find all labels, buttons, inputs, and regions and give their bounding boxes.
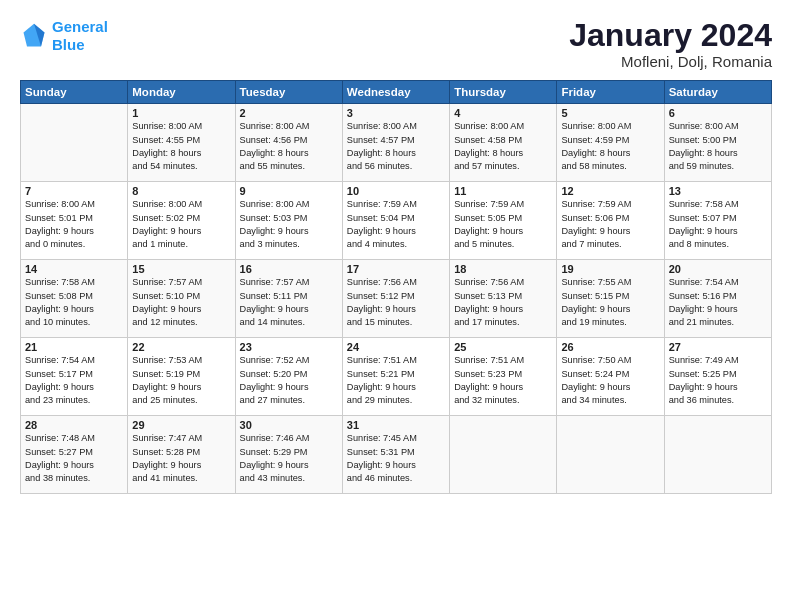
- calendar-cell: 19Sunrise: 7:55 AM Sunset: 5:15 PM Dayli…: [557, 260, 664, 338]
- weekday-header-monday: Monday: [128, 81, 235, 104]
- day-info: Sunrise: 7:53 AM Sunset: 5:19 PM Dayligh…: [132, 354, 230, 407]
- week-row-5: 28Sunrise: 7:48 AM Sunset: 5:27 PM Dayli…: [21, 416, 772, 494]
- day-info: Sunrise: 7:58 AM Sunset: 5:07 PM Dayligh…: [669, 198, 767, 251]
- day-info: Sunrise: 8:00 AM Sunset: 4:55 PM Dayligh…: [132, 120, 230, 173]
- day-info: Sunrise: 8:00 AM Sunset: 5:01 PM Dayligh…: [25, 198, 123, 251]
- calendar-cell: 29Sunrise: 7:47 AM Sunset: 5:28 PM Dayli…: [128, 416, 235, 494]
- weekday-header-row: SundayMondayTuesdayWednesdayThursdayFrid…: [21, 81, 772, 104]
- day-info: Sunrise: 7:52 AM Sunset: 5:20 PM Dayligh…: [240, 354, 338, 407]
- day-info: Sunrise: 7:56 AM Sunset: 5:12 PM Dayligh…: [347, 276, 445, 329]
- calendar-cell: 6Sunrise: 8:00 AM Sunset: 5:00 PM Daylig…: [664, 104, 771, 182]
- header: General Blue January 2024 Mofleni, Dolj,…: [20, 18, 772, 70]
- calendar-cell: 1Sunrise: 8:00 AM Sunset: 4:55 PM Daylig…: [128, 104, 235, 182]
- day-info: Sunrise: 7:54 AM Sunset: 5:16 PM Dayligh…: [669, 276, 767, 329]
- day-info: Sunrise: 7:48 AM Sunset: 5:27 PM Dayligh…: [25, 432, 123, 485]
- day-info: Sunrise: 8:00 AM Sunset: 4:57 PM Dayligh…: [347, 120, 445, 173]
- day-info: Sunrise: 7:46 AM Sunset: 5:29 PM Dayligh…: [240, 432, 338, 485]
- day-info: Sunrise: 7:51 AM Sunset: 5:21 PM Dayligh…: [347, 354, 445, 407]
- day-number: 10: [347, 185, 445, 197]
- calendar-cell: 10Sunrise: 7:59 AM Sunset: 5:04 PM Dayli…: [342, 182, 449, 260]
- calendar-cell: 23Sunrise: 7:52 AM Sunset: 5:20 PM Dayli…: [235, 338, 342, 416]
- calendar-cell: 30Sunrise: 7:46 AM Sunset: 5:29 PM Dayli…: [235, 416, 342, 494]
- day-info: Sunrise: 7:51 AM Sunset: 5:23 PM Dayligh…: [454, 354, 552, 407]
- day-number: 11: [454, 185, 552, 197]
- day-number: 3: [347, 107, 445, 119]
- weekday-header-wednesday: Wednesday: [342, 81, 449, 104]
- day-info: Sunrise: 8:00 AM Sunset: 4:56 PM Dayligh…: [240, 120, 338, 173]
- calendar-cell: [557, 416, 664, 494]
- day-info: Sunrise: 8:00 AM Sunset: 5:03 PM Dayligh…: [240, 198, 338, 251]
- weekday-header-thursday: Thursday: [450, 81, 557, 104]
- calendar-cell: 4Sunrise: 8:00 AM Sunset: 4:58 PM Daylig…: [450, 104, 557, 182]
- calendar-cell: 25Sunrise: 7:51 AM Sunset: 5:23 PM Dayli…: [450, 338, 557, 416]
- day-number: 1: [132, 107, 230, 119]
- calendar-cell: [664, 416, 771, 494]
- day-info: Sunrise: 7:59 AM Sunset: 5:04 PM Dayligh…: [347, 198, 445, 251]
- month-title: January 2024: [569, 18, 772, 53]
- day-info: Sunrise: 7:54 AM Sunset: 5:17 PM Dayligh…: [25, 354, 123, 407]
- logo: General Blue: [20, 18, 108, 54]
- logo-text: General Blue: [52, 18, 108, 54]
- calendar-cell: [450, 416, 557, 494]
- title-block: January 2024 Mofleni, Dolj, Romania: [569, 18, 772, 70]
- calendar-cell: 11Sunrise: 7:59 AM Sunset: 5:05 PM Dayli…: [450, 182, 557, 260]
- calendar-cell: 15Sunrise: 7:57 AM Sunset: 5:10 PM Dayli…: [128, 260, 235, 338]
- day-number: 9: [240, 185, 338, 197]
- day-info: Sunrise: 7:59 AM Sunset: 5:05 PM Dayligh…: [454, 198, 552, 251]
- day-number: 2: [240, 107, 338, 119]
- day-info: Sunrise: 7:56 AM Sunset: 5:13 PM Dayligh…: [454, 276, 552, 329]
- calendar-table: SundayMondayTuesdayWednesdayThursdayFrid…: [20, 80, 772, 494]
- calendar-cell: 14Sunrise: 7:58 AM Sunset: 5:08 PM Dayli…: [21, 260, 128, 338]
- location: Mofleni, Dolj, Romania: [569, 53, 772, 70]
- calendar-cell: 24Sunrise: 7:51 AM Sunset: 5:21 PM Dayli…: [342, 338, 449, 416]
- day-number: 6: [669, 107, 767, 119]
- day-info: Sunrise: 7:47 AM Sunset: 5:28 PM Dayligh…: [132, 432, 230, 485]
- day-number: 20: [669, 263, 767, 275]
- day-number: 26: [561, 341, 659, 353]
- calendar-cell: 31Sunrise: 7:45 AM Sunset: 5:31 PM Dayli…: [342, 416, 449, 494]
- day-number: 12: [561, 185, 659, 197]
- weekday-header-sunday: Sunday: [21, 81, 128, 104]
- weekday-header-friday: Friday: [557, 81, 664, 104]
- day-number: 23: [240, 341, 338, 353]
- calendar-cell: 21Sunrise: 7:54 AM Sunset: 5:17 PM Dayli…: [21, 338, 128, 416]
- day-info: Sunrise: 7:50 AM Sunset: 5:24 PM Dayligh…: [561, 354, 659, 407]
- day-number: 25: [454, 341, 552, 353]
- week-row-2: 7Sunrise: 8:00 AM Sunset: 5:01 PM Daylig…: [21, 182, 772, 260]
- day-info: Sunrise: 8:00 AM Sunset: 5:00 PM Dayligh…: [669, 120, 767, 173]
- calendar-cell: 5Sunrise: 8:00 AM Sunset: 4:59 PM Daylig…: [557, 104, 664, 182]
- day-number: 5: [561, 107, 659, 119]
- day-info: Sunrise: 8:00 AM Sunset: 4:59 PM Dayligh…: [561, 120, 659, 173]
- calendar-cell: 13Sunrise: 7:58 AM Sunset: 5:07 PM Dayli…: [664, 182, 771, 260]
- logo-general: General: [52, 18, 108, 35]
- page: General Blue January 2024 Mofleni, Dolj,…: [0, 0, 792, 612]
- day-number: 30: [240, 419, 338, 431]
- day-info: Sunrise: 8:00 AM Sunset: 4:58 PM Dayligh…: [454, 120, 552, 173]
- day-number: 18: [454, 263, 552, 275]
- calendar-cell: 27Sunrise: 7:49 AM Sunset: 5:25 PM Dayli…: [664, 338, 771, 416]
- day-info: Sunrise: 7:58 AM Sunset: 5:08 PM Dayligh…: [25, 276, 123, 329]
- day-number: 22: [132, 341, 230, 353]
- day-number: 19: [561, 263, 659, 275]
- calendar-cell: 18Sunrise: 7:56 AM Sunset: 5:13 PM Dayli…: [450, 260, 557, 338]
- logo-icon: [20, 22, 48, 50]
- weekday-header-saturday: Saturday: [664, 81, 771, 104]
- day-number: 13: [669, 185, 767, 197]
- calendar-cell: 22Sunrise: 7:53 AM Sunset: 5:19 PM Dayli…: [128, 338, 235, 416]
- day-info: Sunrise: 8:00 AM Sunset: 5:02 PM Dayligh…: [132, 198, 230, 251]
- day-number: 27: [669, 341, 767, 353]
- weekday-header-tuesday: Tuesday: [235, 81, 342, 104]
- day-number: 29: [132, 419, 230, 431]
- logo-blue: Blue: [52, 36, 85, 53]
- calendar-cell: [21, 104, 128, 182]
- day-number: 8: [132, 185, 230, 197]
- day-number: 21: [25, 341, 123, 353]
- day-info: Sunrise: 7:57 AM Sunset: 5:11 PM Dayligh…: [240, 276, 338, 329]
- day-number: 4: [454, 107, 552, 119]
- day-number: 31: [347, 419, 445, 431]
- day-info: Sunrise: 7:49 AM Sunset: 5:25 PM Dayligh…: [669, 354, 767, 407]
- day-info: Sunrise: 7:57 AM Sunset: 5:10 PM Dayligh…: [132, 276, 230, 329]
- day-number: 17: [347, 263, 445, 275]
- calendar-cell: 12Sunrise: 7:59 AM Sunset: 5:06 PM Dayli…: [557, 182, 664, 260]
- calendar-cell: 9Sunrise: 8:00 AM Sunset: 5:03 PM Daylig…: [235, 182, 342, 260]
